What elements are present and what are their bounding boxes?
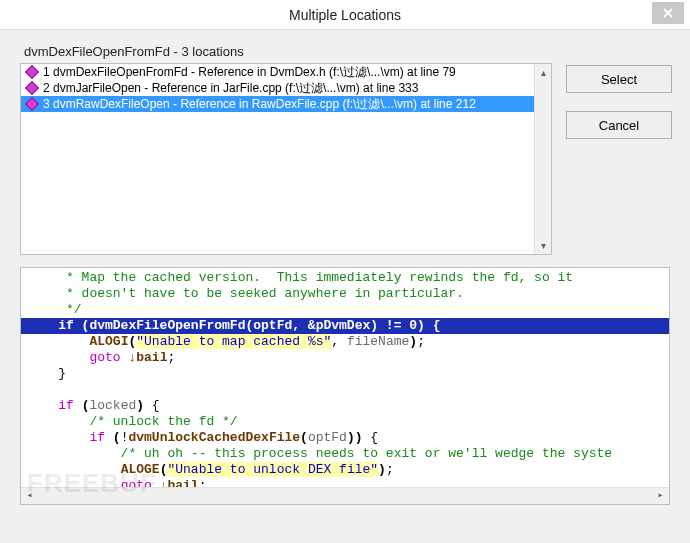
code-line: } xyxy=(21,366,669,382)
code-line: if (locked) { xyxy=(21,398,669,414)
heading-label: dvmDexFileOpenFromFd - 3 locations xyxy=(24,44,680,59)
code-line: ALOGI("Unable to map cached %s", fileNam… xyxy=(21,334,669,350)
scroll-down-icon[interactable]: ▾ xyxy=(535,237,551,254)
scroll-right-icon[interactable]: ▸ xyxy=(652,488,669,505)
code-line: /* unlock the fd */ xyxy=(21,414,669,430)
code-preview: * Map the cached version. This immediate… xyxy=(20,267,670,505)
location-row[interactable]: 1 dvmDexFileOpenFromFd - Reference in Dv… xyxy=(21,64,551,80)
window-title: Multiple Locations xyxy=(0,7,690,23)
scroll-left-icon[interactable]: ◂ xyxy=(21,488,38,505)
select-button[interactable]: Select xyxy=(566,65,672,93)
list-scrollbar[interactable]: ▴ ▾ xyxy=(534,64,551,254)
code-line: ALOGE("Unable to unlock DEX file"); xyxy=(21,462,669,478)
close-icon xyxy=(663,8,673,18)
code-line: goto ↓bail; xyxy=(21,350,669,366)
code-line: /* uh oh -- this process needs to exit o… xyxy=(21,446,669,462)
code-line: * Map the cached version. This immediate… xyxy=(21,270,669,286)
code-line: if (!dvmUnlockCachedDexFile(optFd)) { xyxy=(21,430,669,446)
locations-listbox[interactable]: 1 dvmDexFileOpenFromFd - Reference in Dv… xyxy=(20,63,552,255)
cancel-button[interactable]: Cancel xyxy=(566,111,672,139)
location-text: 2 dvmJarFileOpen - Reference in JarFile.… xyxy=(43,80,418,97)
close-button[interactable] xyxy=(652,2,684,24)
diamond-icon xyxy=(25,98,39,110)
diamond-icon xyxy=(25,66,39,78)
location-text: 1 dvmDexFileOpenFromFd - Reference in Dv… xyxy=(43,64,456,81)
diamond-icon xyxy=(25,82,39,94)
location-text: 3 dvmRawDexFileOpen - Reference in RawDe… xyxy=(43,96,476,113)
code-line: if (dvmDexFileOpenFromFd(optFd, &pDvmDex… xyxy=(21,318,669,334)
code-line: * doesn't have to be seeked anywhere in … xyxy=(21,286,669,302)
code-hscrollbar[interactable]: ◂ ▸ xyxy=(21,487,669,504)
titlebar: Multiple Locations xyxy=(0,0,690,30)
location-row[interactable]: 3 dvmRawDexFileOpen - Reference in RawDe… xyxy=(21,96,551,112)
code-line: */ xyxy=(21,302,669,318)
code-line xyxy=(21,382,669,398)
scroll-up-icon[interactable]: ▴ xyxy=(535,64,551,81)
code-line: goto ↓bail; xyxy=(21,478,669,487)
location-row[interactable]: 2 dvmJarFileOpen - Reference in JarFile.… xyxy=(21,80,551,96)
